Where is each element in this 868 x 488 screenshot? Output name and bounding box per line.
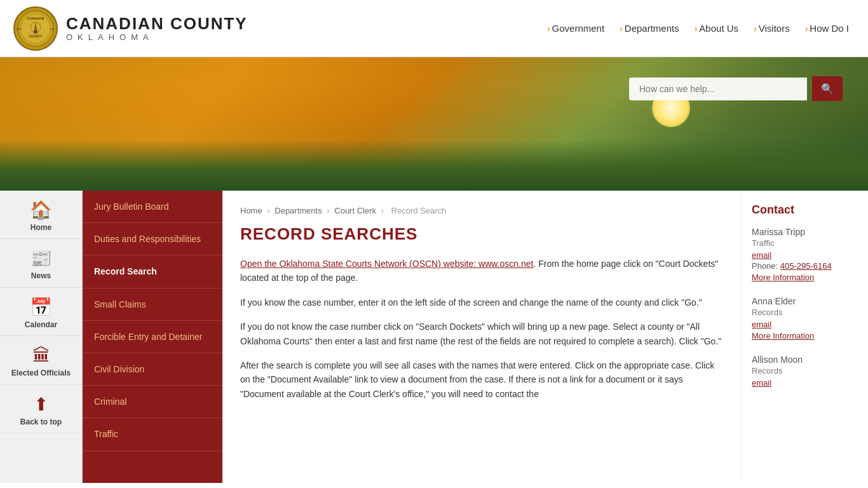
menu-item-duties[interactable]: Duties and Responsibilities [83, 223, 222, 255]
sidebar-item-home[interactable]: 🏠 Home [0, 191, 82, 239]
home-icon: 🏠 [30, 200, 52, 220]
contact-title: Contact [752, 203, 858, 217]
content-paragraph-1: Open the Oklahoma State Courts Network (… [240, 257, 723, 285]
search-icon: 🔍 [821, 83, 834, 94]
contact-phone-marissa: Phone: 405-295-6164 [752, 261, 858, 271]
breadcrumb-home[interactable]: Home [240, 206, 262, 215]
nav-visitors[interactable]: › Visitors [747, 19, 796, 37]
page-title: RECORD SEARCHES [240, 224, 723, 244]
hero-banner: 🔍 [0, 57, 868, 191]
menu-item-civil-division[interactable]: Civil Division [83, 353, 222, 386]
county-seal: CANADIAN COUNTY 1890 OK [13, 6, 58, 51]
hero-trees [0, 140, 868, 191]
content-paragraph-2: If you know the case number, enter it on… [240, 295, 723, 309]
breadcrumb: Home › Departments › Court Clerk › Recor… [240, 206, 723, 215]
home-label: Home [31, 223, 51, 232]
chevron-icon: › [547, 24, 550, 34]
breadcrumb-sep-2: › [327, 206, 332, 215]
officials-icon: 🏛 [32, 345, 50, 366]
elected-officials-label: Elected Officials [11, 369, 71, 377]
nav-about-us[interactable]: › About Us [688, 19, 745, 37]
icon-navigation: 🏠 Home 📰 News 📅 Calendar 🏛 Elected Offic… [0, 191, 83, 483]
chevron-icon: › [805, 24, 808, 34]
contact-block-marissa: Marissa Tripp Traffic email Phone: 405-2… [752, 227, 858, 282]
oscn-link[interactable]: Open the Oklahoma State Courts Network (… [240, 259, 533, 269]
contact-name-marissa: Marissa Tripp [752, 227, 858, 237]
contact-name-anna: Anna Elder [752, 296, 858, 306]
contact-block-allison: Allison Moon Records email [752, 355, 858, 388]
chevron-icon: › [754, 24, 757, 34]
svg-text:OK: OK [50, 27, 54, 30]
main-layout: 🏠 Home 📰 News 📅 Calendar 🏛 Elected Offic… [0, 191, 868, 483]
menu-item-small-claims[interactable]: Small Claims [83, 288, 222, 321]
contact-role-marissa: Traffic [752, 238, 858, 248]
breadcrumb-sep-1: › [267, 206, 272, 215]
county-name: CANADIAN COUNTY [66, 15, 248, 33]
breadcrumb-sep-3: › [381, 206, 386, 215]
contact-role-anna: Records [752, 308, 858, 317]
breadcrumb-current: Record Search [391, 206, 447, 215]
menu-item-criminal[interactable]: Criminal [83, 386, 222, 418]
back-to-top-label: Back to top [20, 417, 62, 426]
search-bar: 🔍 [629, 76, 843, 101]
contact-block-anna: Anna Elder Records email More Informatio… [752, 296, 858, 341]
contact-email-marissa[interactable]: email [752, 250, 858, 260]
contact-more-marissa[interactable]: More Information [752, 273, 814, 282]
nav-departments[interactable]: › Departments [613, 19, 686, 37]
sidebar-item-news[interactable]: 📰 News [0, 239, 82, 287]
search-input[interactable] [629, 78, 807, 100]
sidebar-item-calendar[interactable]: 📅 Calendar [0, 288, 82, 336]
menu-item-forcible-entry[interactable]: Forcible Entry and Detainer [83, 321, 222, 353]
nav-how-do-i[interactable]: › How Do I [799, 19, 855, 37]
nav-how-do-i-label: How Do I [810, 23, 849, 34]
breadcrumb-departments[interactable]: Departments [275, 206, 322, 215]
sidebar-item-elected-officials[interactable]: 🏛 Elected Officials [0, 336, 82, 384]
calendar-label: Calendar [25, 320, 57, 329]
svg-text:1890: 1890 [17, 27, 23, 30]
contact-email-anna[interactable]: email [752, 320, 858, 329]
nav-departments-label: Departments [625, 23, 679, 34]
nav-visitors-label: Visitors [759, 23, 790, 34]
menu-item-jury-bulletin[interactable]: Jury Bulletin Board [83, 191, 222, 223]
content-paragraph-3: If you do not know the case number click… [240, 320, 723, 348]
side-menu: Jury Bulletin Board Duties and Responsib… [83, 191, 222, 483]
header: CANADIAN COUNTY 1890 OK CANADIAN COUNTY … [0, 0, 868, 57]
contact-name-allison: Allison Moon [752, 355, 858, 365]
logo-area: CANADIAN COUNTY 1890 OK CANADIAN COUNTY … [13, 6, 248, 51]
logo-text: CANADIAN COUNTY OKLAHOMA [66, 15, 248, 43]
up-arrow-icon: ⬆ [34, 394, 48, 415]
top-navigation: › Government › Departments › About Us › … [541, 19, 855, 37]
contact-email-allison[interactable]: email [752, 378, 858, 388]
nav-government[interactable]: › Government [541, 19, 611, 37]
chevron-icon: › [620, 24, 623, 34]
nav-government-label: Government [552, 23, 605, 34]
contact-phone-link-marissa[interactable]: 405-295-6164 [780, 261, 832, 271]
nav-about-us-label: About Us [699, 23, 738, 34]
sidebar-item-back-to-top[interactable]: ⬆ Back to top [0, 385, 82, 433]
svg-text:CANADIAN: CANADIAN [27, 17, 44, 20]
contact-role-allison: Records [752, 366, 858, 376]
news-icon: 📰 [30, 248, 52, 269]
chevron-icon: › [695, 24, 698, 34]
menu-item-traffic[interactable]: Traffic [83, 418, 222, 451]
news-label: News [31, 271, 51, 280]
content-area: Home › Departments › Court Clerk › Recor… [222, 191, 741, 483]
menu-item-record-search[interactable]: Record Search [83, 255, 222, 288]
contact-sidebar: Contact Marissa Tripp Traffic email Phon… [741, 191, 868, 483]
svg-text:COUNTY: COUNTY [29, 34, 43, 38]
content-paragraph-4: After the search is complete you will se… [240, 358, 723, 401]
breadcrumb-court-clerk[interactable]: Court Clerk [334, 206, 376, 215]
contact-more-anna[interactable]: More Information [752, 331, 814, 341]
state-name: OKLAHOMA [66, 32, 248, 42]
search-button[interactable]: 🔍 [812, 76, 843, 101]
calendar-icon: 📅 [30, 297, 52, 318]
